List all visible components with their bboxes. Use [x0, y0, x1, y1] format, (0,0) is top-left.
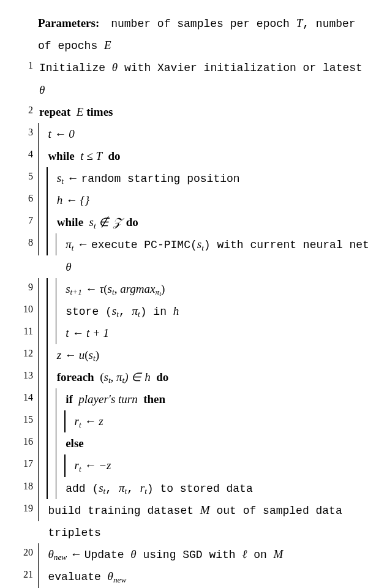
line-number: 6 [12, 189, 38, 208]
l13-pi: π [116, 371, 122, 383]
l18-c1: , [105, 483, 119, 495]
l1a: Initialize [39, 62, 112, 74]
l18-c2: , [127, 483, 140, 495]
l20-theta: θ [130, 548, 136, 560]
l18-s: s [99, 481, 103, 494]
l1b: with Xavier initialization or latest [118, 62, 363, 74]
l8a: execute PC-PIMC( [91, 239, 197, 251]
l20a: Update [85, 549, 131, 561]
line-number: 19 [12, 499, 38, 518]
l8-ssub: t [201, 243, 204, 252]
l14-cond: player's turn [78, 393, 137, 405]
l7-do: do [123, 216, 138, 228]
l14-then: then [140, 393, 165, 405]
l20b: using SGD with [137, 549, 242, 561]
line-13: 13 foreach (st, πt) ∈ h do [12, 366, 370, 388]
l9-close: ) [161, 282, 165, 295]
line-number: 17 [12, 454, 38, 473]
l18b: ) to stored data [147, 483, 253, 495]
l15-arrow: ← [81, 415, 99, 428]
l21-th: θ [108, 570, 113, 582]
l7-s: s [89, 216, 94, 228]
l9-s2: s [108, 282, 112, 295]
l3: t ← 0 [48, 127, 74, 140]
l20-arrow: ← [67, 548, 85, 560]
line-number: 21 [12, 565, 38, 584]
l13-comma: , [111, 371, 117, 383]
l15-sub: t [79, 420, 81, 429]
l10-ssub: t [116, 309, 119, 318]
line-number: 3 [12, 123, 38, 141]
l2-repeat: repeat [39, 105, 73, 118]
l19-M: M [200, 503, 210, 516]
l7-notin: ∉ 𝒵 [96, 216, 121, 228]
line-number: 7 [12, 211, 38, 230]
l13-ssub: t [108, 375, 111, 385]
l10-h: h [173, 304, 179, 317]
line-number: 8 [12, 233, 38, 252]
l9-sub: t+1 [70, 287, 82, 296]
line-number: 11 [12, 322, 38, 341]
l9-s: s [66, 282, 70, 295]
l10a: store ( [66, 306, 112, 318]
l4-cond: t ≤ T [80, 149, 102, 162]
line-10: 10 store (st, πt) in h [12, 300, 370, 322]
l18-psub: t [124, 486, 127, 496]
line-8: 8 πt ← execute PC-PIMC(st) with current … [12, 233, 370, 277]
l16-else: else [66, 437, 84, 450]
l13-foreach: foreach [57, 371, 97, 383]
l8-pi: π [66, 238, 72, 251]
l2-E: E [77, 105, 84, 118]
l1-theta2: θ [39, 83, 45, 96]
line-1: 1 Initialize θ with Xavier initializatio… [12, 56, 370, 100]
l17-z: z [107, 459, 111, 472]
l15-r: r [75, 415, 79, 428]
line-6: 6 h ← {} [12, 189, 370, 211]
l5-sub: t [61, 176, 64, 186]
l17-r: r [75, 459, 79, 472]
l12-s: s [89, 349, 93, 361]
l12-u: u [79, 349, 85, 361]
l18-pi: π [119, 481, 125, 494]
line-12: 12 z ← u(st) [12, 344, 370, 366]
line-7: 7 while st ∉ 𝒵 do [12, 211, 370, 233]
l18a: add ( [66, 483, 99, 495]
l10-pi: π [132, 304, 138, 317]
line-14: 14 if player's turn then [12, 388, 370, 410]
l12-close: ) [96, 349, 99, 361]
l4-while: while [48, 149, 77, 162]
line-number: 18 [12, 477, 38, 496]
parameters-label: Parameters: [38, 17, 99, 29]
line-11: 11 t ← t + 1 [12, 322, 370, 344]
line-number: 1 [12, 56, 38, 75]
line-19: 19 build training dataset M out of sampl… [12, 499, 370, 543]
l10-psub: t [138, 309, 140, 318]
l7-sub: t [94, 221, 96, 230]
line-5: 5 st ← random starting position [12, 167, 370, 189]
line-number: 20 [12, 543, 38, 562]
line-number: 16 [12, 432, 38, 451]
line-20: 20 θnew ← Update θ using SGD with ℓ on M [12, 543, 370, 565]
l20c: on [247, 549, 273, 561]
line-number: 4 [12, 145, 38, 164]
line-number: 13 [12, 366, 38, 385]
l9-s2sub: t [112, 287, 115, 296]
l13-close: ) ∈ h [124, 371, 150, 383]
line-number: 2 [12, 101, 38, 119]
l8-sub: t [72, 243, 74, 252]
line-21: 21 evaluate θnew [12, 565, 370, 587]
l21-sub: new [113, 575, 126, 584]
parameters-var-E: E [104, 39, 111, 51]
line-17: 17 rt ← −z [12, 454, 370, 477]
l5-rhs: random starting position [81, 173, 239, 185]
l19: build training dataset [48, 505, 200, 517]
l13-s: s [103, 371, 108, 383]
line-number: 9 [12, 278, 38, 296]
l9-argmax: argmax [120, 282, 155, 295]
l18-ssub: t [103, 486, 106, 496]
line-number: 15 [12, 410, 38, 429]
parameters-var-T: T [296, 17, 303, 29]
l6: h ← {} [57, 194, 89, 206]
l21a: evaluate [48, 571, 107, 583]
l9-amaxsub2: t [159, 290, 161, 297]
